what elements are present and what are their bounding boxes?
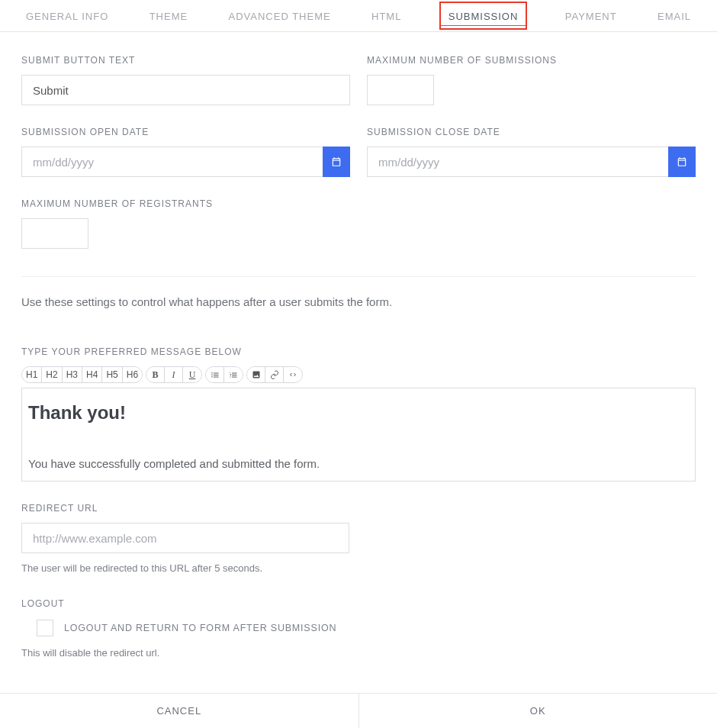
link-icon	[270, 370, 279, 379]
heading-h4-button[interactable]: H4	[82, 367, 102, 382]
code-icon	[288, 370, 297, 379]
message-heading: Thank you!	[28, 402, 689, 424]
max-submissions-input[interactable]	[367, 75, 434, 105]
image-button[interactable]	[247, 367, 265, 382]
submit-button-text-input[interactable]	[21, 75, 350, 105]
redirect-url-input[interactable]	[21, 523, 349, 553]
open-date-label: SUBMISSION OPEN DATE	[21, 127, 350, 137]
calendar-icon	[677, 156, 687, 167]
link-button[interactable]	[265, 367, 284, 382]
logout-checkbox[interactable]	[37, 620, 53, 636]
unordered-list-button[interactable]	[206, 367, 224, 382]
footer: CANCEL OK	[0, 693, 717, 728]
max-registrants-label: MAXIMUM NUMBER OF REGISTRANTS	[21, 198, 696, 209]
close-date-input[interactable]	[367, 147, 668, 177]
tabs-bar: GENERAL INFO THEME ADVANCED THEME HTML S…	[0, 0, 717, 32]
message-body: You have successfully completed and subm…	[28, 457, 689, 470]
image-icon	[252, 370, 261, 379]
tab-theme[interactable]: THEME	[146, 2, 191, 30]
close-date-calendar-button[interactable]	[668, 147, 696, 177]
post-submit-description: Use these settings to control what happe…	[21, 295, 696, 308]
heading-h6-button[interactable]: H6	[123, 367, 142, 382]
divider	[21, 276, 696, 277]
open-date-calendar-button[interactable]	[323, 147, 350, 177]
max-submissions-label: MAXIMUM NUMBER OF SUBMISSIONS	[367, 55, 696, 66]
editor-toolbar: H1 H2 H3 H4 H5 H6 B I U	[21, 366, 696, 383]
ordered-list-button[interactable]	[224, 367, 243, 382]
redirect-url-label: REDIRECT URL	[21, 503, 696, 514]
message-label: TYPE YOUR PREFERRED MESSAGE BELOW	[21, 346, 696, 357]
heading-h2-button[interactable]: H2	[42, 367, 62, 382]
tab-email[interactable]: EMAIL	[654, 2, 694, 30]
heading-h5-button[interactable]: H5	[102, 367, 122, 382]
list-ol-icon	[229, 370, 238, 379]
redirect-help-text: The user will be redirected to this URL …	[21, 562, 696, 574]
tab-html[interactable]: HTML	[368, 2, 404, 30]
underline-button[interactable]: U	[183, 367, 201, 382]
bold-button[interactable]: B	[146, 367, 165, 382]
message-editor[interactable]: Thank you! You have successfully complet…	[21, 388, 696, 482]
italic-button[interactable]: I	[165, 367, 183, 382]
tab-payment[interactable]: PAYMENT	[562, 2, 620, 30]
calendar-icon	[331, 156, 342, 167]
max-registrants-input[interactable]	[21, 218, 88, 249]
tab-submission[interactable]: SUBMISSION	[439, 2, 528, 30]
close-date-label: SUBMISSION CLOSE DATE	[367, 127, 696, 137]
ok-button[interactable]: OK	[359, 694, 718, 728]
heading-h3-button[interactable]: H3	[63, 367, 82, 382]
logout-label: LOGOUT	[21, 598, 696, 609]
open-date-input[interactable]	[21, 147, 323, 177]
submit-button-text-label: SUBMIT BUTTON TEXT	[21, 55, 350, 66]
heading-h1-button[interactable]: H1	[22, 367, 42, 382]
content-area: SUBMIT BUTTON TEXT MAXIMUM NUMBER OF SUB…	[0, 32, 717, 659]
tab-advanced-theme[interactable]: ADVANCED THEME	[226, 2, 334, 30]
code-button[interactable]	[284, 367, 302, 382]
cancel-button[interactable]: CANCEL	[0, 694, 359, 728]
tab-general-info[interactable]: GENERAL INFO	[23, 2, 111, 30]
logout-help-text: This will disable the redirect url.	[21, 647, 696, 659]
list-ul-icon	[211, 370, 220, 379]
logout-checkbox-label: LOGOUT AND RETURN TO FORM AFTER SUBMISSI…	[64, 623, 336, 633]
